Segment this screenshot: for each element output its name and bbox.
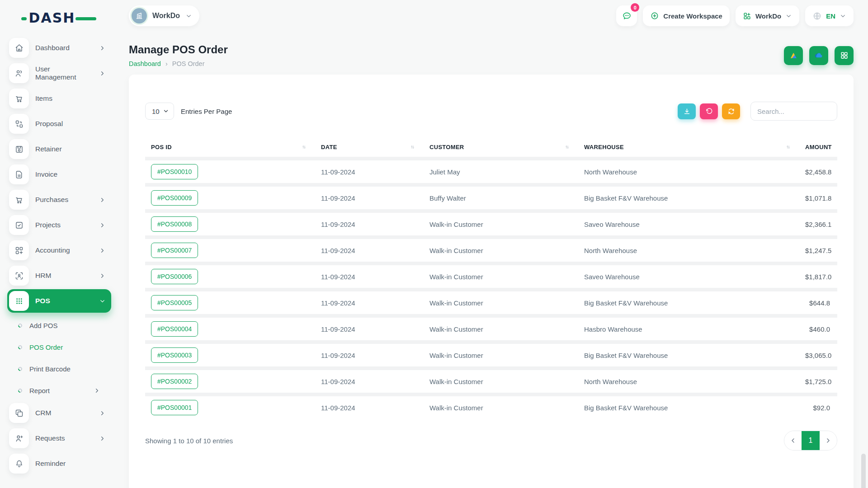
file-text-icon xyxy=(14,170,24,179)
sidebar-item-crm[interactable]: CRM xyxy=(7,401,111,425)
current-page-indicator[interactable]: 1 xyxy=(802,431,820,450)
globe-icon xyxy=(812,11,822,21)
download-icon xyxy=(683,108,691,115)
breadcrumb-dashboard-link[interactable]: Dashboard xyxy=(129,60,161,67)
column-header-date[interactable]: DATE xyxy=(315,144,424,150)
warehouse-name: North Warehouse xyxy=(578,378,799,385)
workspace-avatar xyxy=(132,8,147,23)
pos-id-link[interactable]: #POS00002 xyxy=(151,374,198,389)
pos-id-link[interactable]: #POS00004 xyxy=(151,321,198,337)
chevron-right-icon xyxy=(99,45,106,52)
onedrive-icon xyxy=(814,51,824,61)
sort-icon xyxy=(564,144,570,150)
pos-id-cell: #POS00004 xyxy=(145,321,315,337)
sidebar-item-label: Invoice xyxy=(35,170,106,178)
warehouse-name: Big Basket F&V Warehouse xyxy=(578,194,799,202)
messages-button[interactable]: 0 xyxy=(616,5,637,26)
sidebar-item-label: Accounting xyxy=(35,246,93,254)
onedrive-button[interactable] xyxy=(809,46,828,65)
next-page-button[interactable] xyxy=(820,431,837,450)
order-amount: $2,366.1 xyxy=(799,221,839,228)
sidebar-item-label: Projects xyxy=(35,221,93,229)
pos-order-card: 10 Entries Per Page POS IDDATECUSTOMERWA… xyxy=(129,75,854,488)
sidebar-item-items[interactable]: Items xyxy=(7,87,111,110)
plus-circle-icon xyxy=(650,11,659,20)
sidebar-item-pos[interactable]: POS xyxy=(7,289,111,313)
warehouse-name: Big Basket F&V Warehouse xyxy=(578,299,799,307)
order-amount: $1,725.0 xyxy=(799,378,839,385)
sidebar-item-purchases[interactable]: Purchases xyxy=(7,188,111,211)
customer-name: Buffy Walter xyxy=(424,194,578,202)
grid-view-button[interactable] xyxy=(835,46,854,65)
column-header-label: DATE xyxy=(321,144,337,150)
sidebar-subitem-report[interactable]: Report xyxy=(7,380,111,401)
order-date: 11-09-2024 xyxy=(315,378,424,385)
sidebar-subitem-add-pos[interactable]: Add POS xyxy=(7,314,111,336)
company-menu-button[interactable]: WorkDo xyxy=(736,5,799,26)
chevron-right-icon xyxy=(99,70,106,77)
pos-id-cell: #POS00001 xyxy=(145,400,315,415)
sidebar-item-dashboard[interactable]: Dashboard xyxy=(7,36,111,60)
sidebar-icon-tile xyxy=(9,139,29,159)
sidebar-item-requests[interactable]: Requests xyxy=(7,427,111,450)
grid-plus-icon xyxy=(743,12,751,20)
order-date: 11-09-2024 xyxy=(315,352,424,359)
create-workspace-button[interactable]: Create Workspace xyxy=(643,5,730,26)
sidebar-icon-tile xyxy=(9,291,29,311)
customer-name: Walk-in Customer xyxy=(424,352,578,359)
order-date: 11-09-2024 xyxy=(315,221,424,228)
pos-id-link[interactable]: #POS00005 xyxy=(151,295,198,310)
sidebar-item-label: CRM xyxy=(35,409,93,417)
language-code: EN xyxy=(826,12,835,20)
pos-id-link[interactable]: #POS00003 xyxy=(151,347,198,363)
pos-id-link[interactable]: #POS00006 xyxy=(151,269,198,284)
pos-id-link[interactable]: #POS00010 xyxy=(151,164,198,179)
google-drive-button[interactable] xyxy=(784,46,803,65)
sidebar-subitem-print-barcode[interactable]: Print Barcode xyxy=(7,358,111,380)
bullet-ring-icon xyxy=(17,344,23,350)
refresh-button[interactable] xyxy=(722,103,740,119)
pos-id-link[interactable]: #POS00001 xyxy=(151,400,198,415)
workspace-selector[interactable]: WorkDo xyxy=(129,5,199,26)
table-row: #POS0000411-09-2024Walk-in CustomerHasbr… xyxy=(145,314,837,340)
column-header-amount: AMOUNT xyxy=(799,144,839,150)
sidebar-item-accounting[interactable]: Accounting xyxy=(7,239,111,262)
pos-id-link[interactable]: #POS00008 xyxy=(151,216,198,232)
sidebar-item-hrm[interactable]: HRM xyxy=(7,264,111,287)
sidebar-item-invoice[interactable]: Invoice xyxy=(7,163,111,186)
bullet-ring-icon xyxy=(17,388,23,394)
page-header: Manage POS Order Dashboard › POS Order xyxy=(129,43,854,67)
breadcrumb: Dashboard › POS Order xyxy=(129,60,228,67)
sidebar-item-retainer[interactable]: Retainer xyxy=(7,137,111,161)
language-selector[interactable]: EN xyxy=(805,5,854,26)
customer-name: Walk-in Customer xyxy=(424,221,578,228)
pos-id-cell: #POS00006 xyxy=(145,269,315,284)
pos-id-link[interactable]: #POS00009 xyxy=(151,190,198,206)
reset-button[interactable] xyxy=(700,103,718,119)
chevron-right-icon xyxy=(99,247,106,254)
sidebar-icon-tile xyxy=(9,89,29,108)
page-scrollbar-thumb[interactable] xyxy=(861,454,866,488)
column-header-pos-id[interactable]: POS ID xyxy=(145,144,315,150)
sidebar-item-reminder[interactable]: Reminder xyxy=(7,452,111,475)
customer-name: Walk-in Customer xyxy=(424,378,578,385)
showing-entries-text: Showing 1 to 10 of 10 entries xyxy=(145,437,233,445)
topbar: WorkDo 0 Create Workspace WorkDo xyxy=(118,0,868,32)
export-button[interactable] xyxy=(678,103,696,119)
column-header-warehouse[interactable]: WAREHOUSE xyxy=(578,144,799,150)
order-amount: $3,065.0 xyxy=(799,352,839,359)
search-input[interactable] xyxy=(750,102,837,121)
bell-icon xyxy=(14,459,24,469)
sidebar-item-user-management[interactable]: User Management xyxy=(7,61,111,85)
chevron-right-icon xyxy=(94,387,100,394)
order-amount: $2,458.8 xyxy=(799,168,839,176)
sidebar-item-projects[interactable]: Projects xyxy=(7,213,111,237)
entries-per-page-value: 10 xyxy=(152,108,160,115)
app-logo[interactable]: DASH xyxy=(0,0,118,35)
sidebar-subitem-pos-order[interactable]: POS Order xyxy=(7,336,111,358)
entries-per-page-select[interactable]: 10 xyxy=(145,103,174,120)
pos-id-link[interactable]: #POS00007 xyxy=(151,243,198,258)
previous-page-button[interactable] xyxy=(784,431,802,450)
sidebar-item-proposal[interactable]: Proposal xyxy=(7,112,111,136)
column-header-customer[interactable]: CUSTOMER xyxy=(424,144,578,150)
